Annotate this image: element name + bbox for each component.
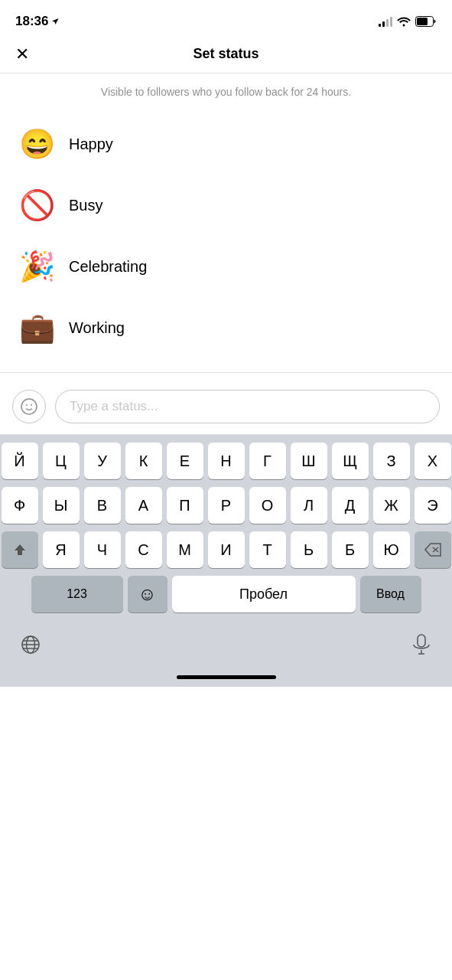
wifi-icon [397,16,411,27]
svg-point-3 [26,404,28,406]
enter-key[interactable]: Ввод [360,576,421,612]
visibility-subtitle: Visible to followers who you follow back… [0,74,452,106]
globe-icon-button[interactable] [15,629,46,660]
microphone-icon-button[interactable] [406,629,437,660]
key-щ[interactable]: Щ [332,443,369,479]
key-з[interactable]: З [373,443,410,479]
key-ю[interactable]: Ю [373,531,410,568]
shift-icon [12,542,28,557]
key-н[interactable]: Н [208,443,245,479]
key-й[interactable]: Й [2,443,38,479]
svg-point-2 [21,399,37,414]
backspace-icon [424,543,441,557]
keyboard-row-3: Я Ч С М И Т Ь Б Ю [3,531,449,568]
status-item-happy[interactable]: 😄 Happy [0,113,452,175]
key-к[interactable]: К [125,443,162,479]
key-ф[interactable]: Ф [2,487,38,524]
signal-bars-icon [379,16,392,27]
key-с[interactable]: С [125,531,162,568]
close-button[interactable]: ✕ [15,44,29,64]
keyboard-bottom-bar [0,623,452,671]
status-list: 😄 Happy 🚫 Busy 🎉 Celebrating 💼 Working [0,106,452,366]
shift-key[interactable] [2,531,38,568]
happy-emoji: 😄 [18,127,55,161]
home-bar [177,675,276,679]
key-м[interactable]: М [167,531,203,568]
key-п[interactable]: П [167,487,203,524]
key-ч[interactable]: Ч [84,531,121,568]
space-key[interactable]: Пробел [172,576,356,612]
busy-emoji: 🚫 [18,188,55,222]
key-р[interactable]: Р [208,487,245,524]
keyboard-row-2: Ф Ы В А П Р О Л Д Ж Э [3,487,449,524]
divider [0,372,452,373]
key-э[interactable]: Э [415,487,451,524]
key-ш[interactable]: Ш [291,443,327,479]
status-item-working[interactable]: 💼 Working [0,297,452,358]
emoji-picker-button[interactable] [12,390,46,423]
key-я[interactable]: Я [43,531,80,568]
svg-rect-12 [418,635,425,647]
key-в[interactable]: В [84,487,121,524]
keyboard: Й Ц У К Е Н Г Ш Щ З Х Ф Ы В А П Р О Л Д … [0,435,452,623]
status-text-input[interactable] [55,390,440,423]
emoji-keyboard-key[interactable]: ☺ [128,576,167,612]
home-indicator [0,671,452,687]
key-о[interactable]: О [249,487,286,524]
microphone-icon [411,634,431,655]
key-л[interactable]: Л [291,487,327,524]
key-д[interactable]: Д [332,487,369,524]
status-time: 18:36 [15,14,60,29]
key-т[interactable]: Т [249,531,286,568]
key-е[interactable]: Е [167,443,203,479]
celebrating-emoji: 🎉 [18,250,55,283]
key-а[interactable]: А [125,487,162,524]
happy-label: Happy [69,136,113,153]
battery-icon [415,16,437,27]
header-title: Set status [193,46,259,62]
header: ✕ Set status [0,38,452,74]
key-ж[interactable]: Ж [373,487,410,524]
key-ь[interactable]: Ь [291,531,327,568]
status-bar: 18:36 [0,0,452,38]
key-ц[interactable]: Ц [43,443,80,479]
smiley-icon [20,397,38,416]
working-label: Working [69,319,125,337]
input-area [0,379,452,435]
status-icons [379,16,437,27]
key-г[interactable]: Г [249,443,286,479]
working-emoji: 💼 [18,311,55,345]
key-ы[interactable]: Ы [43,487,80,524]
backspace-key[interactable] [415,531,451,568]
status-item-celebrating[interactable]: 🎉 Celebrating [0,236,452,297]
globe-icon [20,634,41,655]
key-б[interactable]: Б [332,531,369,568]
key-х[interactable]: Х [415,443,451,479]
busy-label: Busy [69,197,102,214]
key-и[interactable]: И [208,531,245,568]
celebrating-label: Celebrating [69,258,147,276]
svg-rect-1 [417,18,428,25]
key-у[interactable]: У [84,443,121,479]
location-icon [51,17,60,26]
keyboard-row-4: 123 ☺ Пробел Ввод [3,576,449,612]
keyboard-row-1: Й Ц У К Е Н Г Ш Щ З Х [3,443,449,479]
svg-point-4 [31,404,32,406]
numbers-key[interactable]: 123 [31,576,123,612]
status-item-busy[interactable]: 🚫 Busy [0,175,452,236]
